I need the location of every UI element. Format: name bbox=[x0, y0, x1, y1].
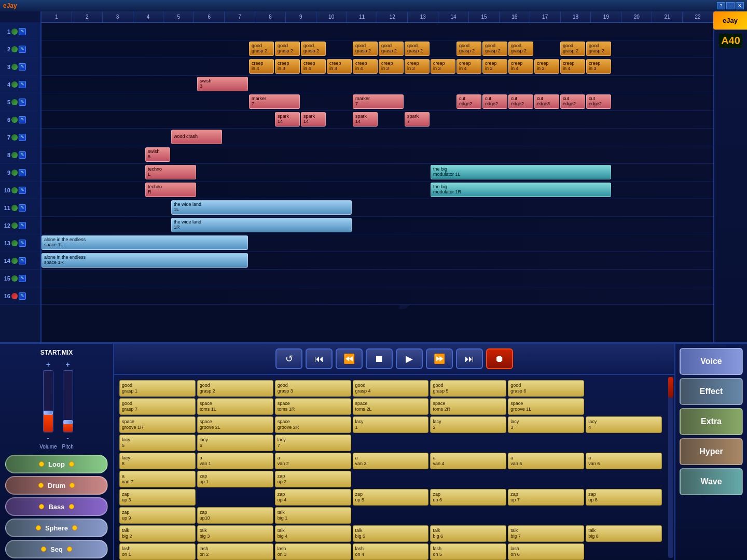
volume-fader-track[interactable] bbox=[43, 370, 53, 432]
sample-item[interactable]: good grasp 4 bbox=[353, 380, 429, 397]
seq-button[interactable]: Seq bbox=[5, 540, 108, 558]
sample-scroll-handle[interactable] bbox=[668, 377, 673, 398]
track-solo-14[interactable]: ✎ bbox=[19, 257, 26, 264]
clip[interactable]: creep in 3 bbox=[405, 59, 430, 74]
minimize-button[interactable]: _ bbox=[726, 2, 735, 9]
track-lane-15[interactable] bbox=[42, 270, 713, 287]
clip[interactable]: alone in the endless space 1L bbox=[42, 235, 248, 250]
clip[interactable]: good grasp 2 bbox=[586, 41, 611, 56]
sample-item[interactable]: zap up 5 bbox=[353, 489, 429, 506]
sample-item[interactable]: lacy 5 bbox=[119, 435, 196, 451]
sample-scrollbar[interactable] bbox=[668, 377, 673, 558]
sample-item[interactable]: space toms 2L bbox=[353, 398, 429, 415]
clip[interactable]: good grasp 2 bbox=[353, 41, 378, 56]
clip[interactable]: spark 14 bbox=[353, 112, 378, 127]
clip[interactable]: the wide land 1R bbox=[171, 218, 352, 232]
sample-item[interactable]: a van 6 bbox=[586, 453, 662, 469]
sample-item[interactable]: space toms 1R bbox=[275, 398, 351, 415]
track-mute-4[interactable] bbox=[11, 81, 18, 88]
track-solo-6[interactable]: ✎ bbox=[19, 116, 26, 123]
sample-item[interactable]: lash on 6 bbox=[508, 543, 584, 560]
sample-item[interactable]: good grasp 5 bbox=[430, 380, 506, 397]
clip[interactable]: creep in 4 bbox=[353, 59, 378, 74]
track-solo-2[interactable]: ✎ bbox=[19, 46, 26, 53]
track-lane-16[interactable] bbox=[42, 287, 713, 305]
play-button[interactable]: ▶ bbox=[396, 348, 423, 369]
track-lane-1[interactable] bbox=[42, 23, 713, 40]
sample-item[interactable]: lash on 2 bbox=[197, 543, 273, 560]
close-button[interactable]: ✕ bbox=[736, 2, 744, 9]
sample-item[interactable]: lash on 3 bbox=[275, 543, 351, 560]
clip[interactable]: creep in 4 bbox=[508, 59, 533, 74]
sample-item[interactable]: talk big 7 bbox=[508, 525, 584, 542]
clip[interactable]: creep in 4 bbox=[560, 59, 585, 74]
sample-item[interactable]: lacy 8 bbox=[119, 453, 196, 469]
sample-item[interactable]: zap up 9 bbox=[119, 507, 196, 524]
clip[interactable]: creep in 3 bbox=[275, 59, 300, 74]
clip[interactable]: the big modulator 1L bbox=[431, 165, 611, 179]
sample-item[interactable]: zap up 8 bbox=[586, 489, 662, 506]
track-mute-6[interactable] bbox=[11, 117, 18, 123]
track-solo-12[interactable]: ✎ bbox=[19, 222, 26, 229]
sample-item[interactable]: a van 3 bbox=[353, 453, 429, 469]
sample-item[interactable]: space groove 1R bbox=[119, 416, 196, 433]
sample-item[interactable]: lash on 1 bbox=[119, 543, 196, 560]
drum-button[interactable]: Drum bbox=[5, 476, 108, 495]
pitch-fader-track[interactable] bbox=[63, 370, 73, 432]
clip[interactable]: marker 7 bbox=[353, 94, 404, 109]
rewind-start-button[interactable]: ⏮ bbox=[306, 348, 333, 369]
sample-item[interactable]: talk big 3 bbox=[197, 525, 273, 542]
record-button[interactable]: ⏺ bbox=[486, 348, 513, 369]
track-lane-12[interactable]: the wide land 1R bbox=[42, 217, 713, 234]
clip[interactable]: techno L bbox=[145, 165, 196, 179]
track-lane-6[interactable]: spark 14spark 14spark 14spark 7 bbox=[42, 111, 713, 129]
clip[interactable]: good grasp 2 bbox=[379, 41, 404, 56]
track-lane-11[interactable]: the wide land 1L bbox=[42, 199, 713, 217]
sample-item[interactable]: talk big 2 bbox=[119, 525, 196, 542]
clip[interactable]: creep in 3 bbox=[431, 59, 455, 74]
track-solo-13[interactable]: ✎ bbox=[19, 240, 26, 247]
clip[interactable]: creep in 4 bbox=[301, 59, 326, 74]
track-mute-10[interactable] bbox=[11, 187, 18, 193]
track-solo-16[interactable]: ✎ bbox=[19, 292, 26, 300]
track-lane-8[interactable]: swish 5 bbox=[42, 146, 713, 164]
end-button[interactable]: ⏭ bbox=[456, 348, 483, 369]
sample-item[interactable]: lacy 4 bbox=[586, 416, 662, 433]
sample-item[interactable]: zap up 7 bbox=[508, 489, 584, 506]
track-lane-10[interactable]: techno Rthe big modulator 1R bbox=[42, 181, 713, 199]
clip[interactable]: cut edge2 bbox=[508, 94, 533, 109]
track-solo-1[interactable]: ✎ bbox=[19, 28, 26, 35]
track-mute-8[interactable] bbox=[11, 152, 18, 158]
clip[interactable]: spark 14 bbox=[301, 112, 326, 127]
track-mute-16[interactable] bbox=[11, 293, 18, 299]
sample-item[interactable]: lacy 1 bbox=[353, 416, 429, 433]
track-mute-15[interactable] bbox=[11, 275, 18, 282]
track-solo-10[interactable]: ✎ bbox=[19, 187, 26, 194]
track-mute-14[interactable] bbox=[11, 258, 18, 264]
track-lane-9[interactable]: techno Lthe big modulator 1L bbox=[42, 164, 713, 181]
clip[interactable]: alone in the endless space 1R bbox=[42, 253, 248, 268]
hyper-button[interactable]: Hyper bbox=[680, 438, 743, 465]
sample-item[interactable]: space groove 2R bbox=[275, 416, 351, 433]
track-solo-4[interactable]: ✎ bbox=[19, 81, 26, 88]
pitch-fader-knob[interactable] bbox=[63, 420, 73, 424]
sample-item[interactable]: lacy 7 bbox=[275, 435, 351, 451]
clip[interactable]: creep in 4 bbox=[457, 59, 481, 74]
fast-forward-button[interactable]: ⏩ bbox=[426, 348, 453, 369]
track-lane-3[interactable]: creep in 4creep in 3creep in 4creep in 3… bbox=[42, 58, 713, 76]
track-solo-11[interactable]: ✎ bbox=[19, 204, 26, 212]
sample-item[interactable]: lacy 3 bbox=[508, 416, 584, 433]
voice-button[interactable]: Voice bbox=[680, 348, 743, 375]
sample-item[interactable]: a van 1 bbox=[197, 453, 273, 469]
clip[interactable]: creep in 3 bbox=[586, 59, 611, 74]
clip[interactable]: wood crash bbox=[171, 130, 222, 144]
track-lane-14[interactable]: alone in the endless space 1R bbox=[42, 252, 713, 270]
track-solo-9[interactable]: ✎ bbox=[19, 169, 26, 176]
sample-item[interactable]: good grasp 3 bbox=[275, 380, 351, 397]
sample-item[interactable]: a van 5 bbox=[508, 453, 584, 469]
clip[interactable]: swish 5 bbox=[145, 147, 170, 162]
clip[interactable]: good grasp 2 bbox=[508, 41, 533, 56]
clip[interactable]: good grasp 2 bbox=[249, 41, 274, 56]
clip[interactable]: good grasp 2 bbox=[457, 41, 481, 56]
clip[interactable]: cut edge2 bbox=[482, 94, 507, 109]
